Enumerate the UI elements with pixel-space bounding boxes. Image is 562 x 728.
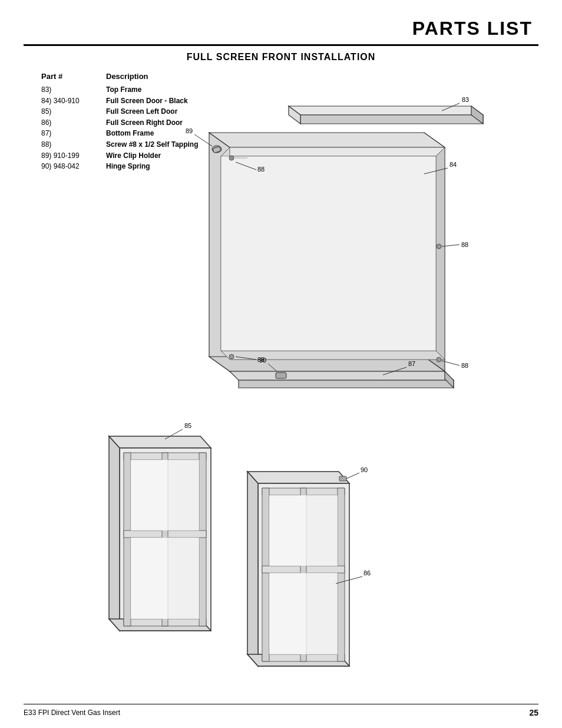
svg-marker-13	[221, 156, 436, 351]
svg-marker-34	[109, 436, 211, 448]
part-90-hinge-spring-2: 90	[339, 466, 368, 481]
svg-marker-12	[221, 351, 445, 360]
label-90a: 90	[259, 357, 266, 364]
label-85: 85	[184, 422, 191, 429]
svg-marker-9	[221, 147, 445, 156]
label-84: 84	[449, 161, 457, 168]
svg-rect-47	[168, 538, 199, 619]
svg-marker-41	[199, 453, 206, 626]
svg-marker-7	[209, 133, 445, 147]
svg-marker-28	[230, 371, 454, 380]
label-88a: 88	[257, 166, 265, 173]
svg-point-22	[437, 244, 441, 249]
part-86-right-door: 90 86	[247, 466, 371, 666]
parts-diagram: 83	[0, 71, 562, 707]
svg-marker-56	[338, 488, 345, 661]
svg-marker-29	[239, 380, 454, 388]
svg-marker-55	[262, 488, 269, 661]
svg-rect-46	[168, 460, 199, 531]
svg-marker-51	[247, 472, 258, 666]
top-rule	[24, 44, 538, 46]
svg-rect-63	[339, 476, 346, 481]
footer: E33 FPI Direct Vent Gas Insert 25	[24, 704, 538, 717]
label-88d: 88	[461, 362, 468, 369]
footer-page: 25	[529, 708, 538, 717]
page-title: PARTS LIST	[24, 12, 538, 44]
svg-marker-40	[124, 453, 131, 626]
svg-line-64	[346, 473, 359, 479]
svg-point-24	[229, 354, 234, 359]
svg-marker-36	[109, 436, 120, 631]
label-83: 83	[462, 96, 469, 103]
part-85-left-door: 85	[109, 422, 211, 631]
diagram-area: 83	[0, 71, 562, 707]
svg-marker-49	[247, 472, 349, 483]
svg-point-26	[437, 357, 441, 362]
svg-marker-0	[289, 106, 483, 115]
part-83-top-frame: 83	[289, 96, 483, 124]
page-container: PARTS LIST FULL SCREEN FRONT INSTALLATIO…	[0, 0, 562, 728]
footer-model: E33 FPI Direct Vent Gas Insert	[24, 709, 120, 717]
label-88b: 88	[461, 241, 468, 248]
label-90b: 90	[361, 466, 368, 473]
label-86: 86	[363, 569, 371, 577]
part-84-screen-door: 84	[209, 133, 457, 371]
svg-rect-61	[306, 495, 338, 566]
svg-marker-11	[436, 147, 445, 360]
section-title: FULL SCREEN FRONT INSTALLATION	[24, 52, 538, 62]
svg-rect-32	[276, 373, 286, 378]
svg-marker-1	[300, 115, 483, 124]
label-89: 89	[186, 127, 193, 134]
label-87: 87	[408, 360, 415, 367]
svg-rect-62	[306, 573, 338, 654]
